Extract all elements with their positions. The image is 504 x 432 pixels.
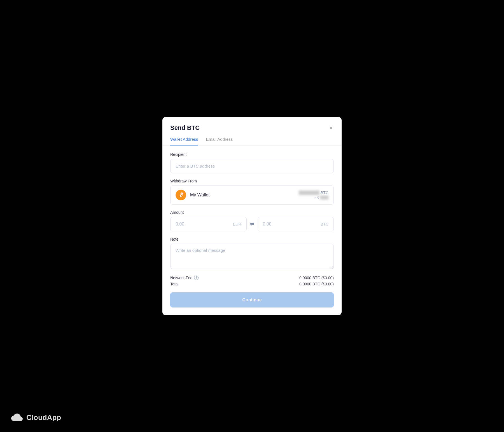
send-btc-modal: Send BTC × Wallet Address Email Address … (162, 117, 342, 315)
modal-body: Recipient Withdraw From ₿ My Wallet 0.00… (162, 145, 342, 315)
eur-amount-input[interactable] (176, 222, 215, 227)
amount-label: Amount (170, 210, 334, 215)
recipient-input[interactable] (170, 159, 334, 173)
total-value: 0.0000 BTC (€0.00) (299, 282, 334, 286)
note-textarea[interactable] (170, 244, 334, 269)
cloudapp-logo-icon (9, 412, 24, 423)
network-fee-value: 0.0000 BTC (€0.00) (299, 276, 334, 280)
swap-icon[interactable]: ⇌ (250, 221, 254, 227)
wallet-balance: 0.00123456 BTC ≈ € 12.34 (299, 191, 328, 199)
recipient-label: Recipient (170, 152, 334, 157)
tab-email-address[interactable]: Email Address (206, 137, 233, 145)
eur-amount-field: EUR (170, 217, 247, 231)
tabs-container: Wallet Address Email Address (162, 137, 342, 145)
close-icon: × (329, 125, 333, 131)
amount-field-group: Amount EUR ⇌ BTC (170, 210, 334, 231)
eur-blurred-value: 12.34 (320, 196, 328, 199)
modal-header: Send BTC × (162, 117, 342, 132)
network-fee-label: Network Fee ? (170, 276, 199, 280)
cloudapp-watermark: CloudApp (9, 412, 61, 423)
network-fee-row: Network Fee ? 0.0000 BTC (€0.00) (170, 276, 334, 280)
cloudapp-text: CloudApp (26, 413, 61, 422)
recipient-field-group: Recipient (170, 152, 334, 173)
total-label: Total (170, 282, 179, 286)
note-field-group: Note (170, 237, 334, 270)
wallet-eur-amount: ≈ € 12.34 (299, 196, 328, 199)
btc-amount-input[interactable] (263, 222, 302, 227)
withdraw-from-label: Withdraw From (170, 179, 334, 183)
modal-overlay: Send BTC × Wallet Address Email Address … (0, 0, 504, 432)
close-button[interactable]: × (328, 124, 334, 132)
network-fee-info-icon[interactable]: ? (194, 276, 199, 280)
modal-title: Send BTC (170, 124, 200, 132)
wallet-name: My Wallet (190, 192, 210, 198)
wallet-btc-amount: 0.00123456 BTC (299, 191, 328, 195)
note-label: Note (170, 237, 334, 241)
tab-wallet-address[interactable]: Wallet Address (170, 137, 198, 145)
btc-blurred-value: 0.00123456 (299, 191, 319, 195)
wallet-left: ₿ My Wallet (176, 190, 210, 200)
wallet-selector[interactable]: ₿ My Wallet 0.00123456 BTC ≈ € 12.34 (170, 186, 334, 205)
btc-currency-label: BTC (321, 222, 328, 226)
withdraw-from-field-group: Withdraw From ₿ My Wallet 0.00123456 BTC… (170, 179, 334, 205)
total-row: Total 0.0000 BTC (€0.00) (170, 282, 334, 286)
continue-button[interactable]: Continue (170, 292, 334, 307)
btc-currency: BTC (321, 191, 328, 195)
btc-amount-field: BTC (258, 217, 334, 231)
amount-row: EUR ⇌ BTC (170, 217, 334, 231)
eur-currency-label: EUR (233, 222, 241, 226)
bitcoin-icon: ₿ (176, 190, 186, 200)
